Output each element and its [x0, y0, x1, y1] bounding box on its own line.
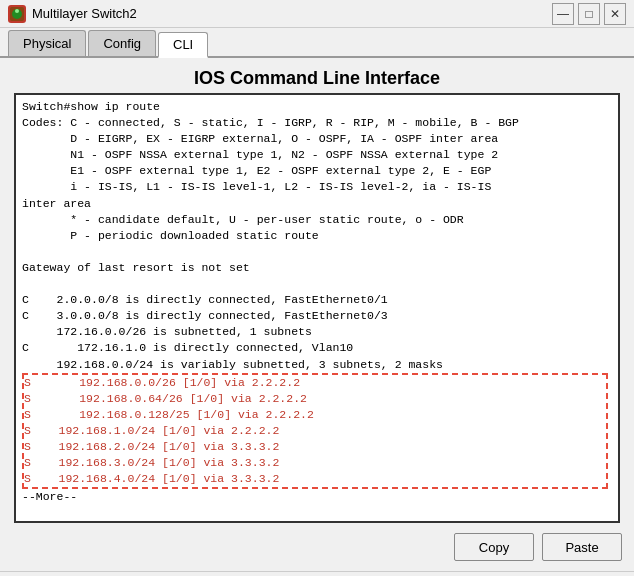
terminal-line: Switch#show ip route Codes: C - connecte… [22, 100, 519, 371]
title-bar: Multilayer Switch2 — □ ✕ [0, 0, 634, 28]
minimize-button[interactable]: — [552, 3, 574, 25]
maximize-button[interactable]: □ [578, 3, 600, 25]
close-button[interactable]: ✕ [604, 3, 626, 25]
title-bar-controls: — □ ✕ [552, 3, 626, 25]
section-title: IOS Command Line Interface [10, 62, 624, 93]
copy-button[interactable]: Copy [454, 533, 534, 561]
app-icon [8, 5, 26, 23]
highlighted-block: S 192.168.0.0/26 [1/0] via 2.2.2.2 S 192… [22, 373, 608, 490]
paste-button[interactable]: Paste [542, 533, 622, 561]
tab-physical[interactable]: Physical [8, 30, 86, 56]
window-title: Multilayer Switch2 [32, 6, 137, 21]
title-bar-left: Multilayer Switch2 [8, 5, 137, 23]
status-bar [0, 571, 634, 576]
tab-bar: Physical Config CLI [0, 28, 634, 58]
terminal-footer: --More-- [22, 490, 77, 503]
svg-point-2 [15, 9, 19, 13]
tab-cli[interactable]: CLI [158, 32, 208, 58]
bottom-bar: Copy Paste [0, 523, 634, 571]
terminal-scroll[interactable]: Switch#show ip route Codes: C - connecte… [16, 95, 618, 521]
terminal-wrapper: Switch#show ip route Codes: C - connecte… [14, 93, 620, 523]
terminal-content: Switch#show ip route Codes: C - connecte… [16, 95, 618, 521]
tab-config[interactable]: Config [88, 30, 156, 56]
main-content: IOS Command Line Interface Switch#show i… [0, 58, 634, 523]
